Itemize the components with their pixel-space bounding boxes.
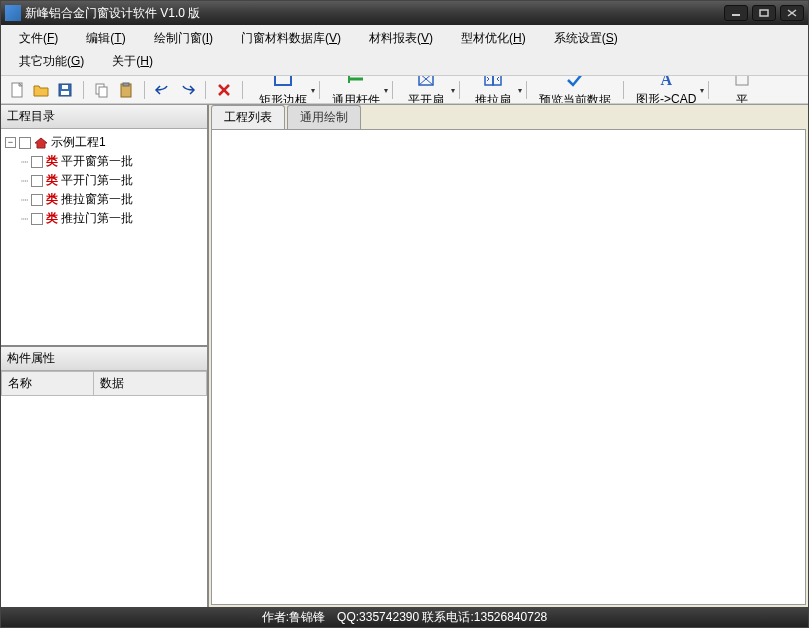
- dropdown-icon: ▾: [700, 85, 704, 94]
- svg-rect-6: [61, 91, 69, 95]
- home-icon: [34, 137, 48, 149]
- tree-node[interactable]: ┈ 类 推拉门第一批: [21, 209, 203, 228]
- separator: [144, 81, 145, 99]
- svg-rect-20: [485, 76, 493, 85]
- open-button[interactable]: [31, 80, 51, 100]
- separator: [319, 81, 320, 99]
- project-tree[interactable]: − 示例工程1 ┈ 类 平开窗第一批┈ 类 平开门第一批┈ 类 推拉窗第一批┈ …: [1, 129, 207, 347]
- rect-frame-icon: [273, 76, 293, 90]
- separator: [526, 81, 527, 99]
- window-title: 新峰铝合金门窗设计软件 V1.0 版: [25, 5, 724, 22]
- separator: [459, 81, 460, 99]
- separator: [392, 81, 393, 99]
- toolbar-rect-frame[interactable]: 矩形边框▾: [251, 76, 315, 103]
- svg-rect-7: [62, 85, 68, 89]
- maximize-button[interactable]: [752, 5, 776, 21]
- tree-node[interactable]: ┈ 类 平开窗第一批: [21, 152, 203, 171]
- svg-rect-11: [123, 83, 129, 86]
- canvas-area[interactable]: [211, 129, 806, 605]
- toolbar-sliding[interactable]: 推拉扇▾: [464, 76, 522, 103]
- minimize-button[interactable]: [724, 5, 748, 21]
- toolbar-casement[interactable]: 平开扇▾: [397, 76, 455, 103]
- undo-button[interactable]: [153, 80, 173, 100]
- tab-通用绘制[interactable]: 通用绘制: [287, 105, 361, 129]
- checkbox[interactable]: [31, 194, 43, 206]
- checkbox[interactable]: [19, 137, 31, 149]
- category-icon: 类: [46, 191, 58, 208]
- dropdown-icon: ▾: [451, 85, 455, 94]
- to-cad-icon: A: [660, 76, 672, 89]
- more-icon: [734, 76, 750, 90]
- tree-node[interactable]: ┈ 类 平开门第一批: [21, 171, 203, 190]
- svg-rect-9: [99, 87, 107, 97]
- copy-button[interactable]: [92, 80, 112, 100]
- main-area: 工程目录 − 示例工程1 ┈ 类 平开窗第一批┈ 类 平开门第一批┈ 类 推拉窗…: [1, 104, 808, 607]
- close-button[interactable]: [780, 5, 804, 21]
- dropdown-icon: ▾: [311, 85, 315, 94]
- toolbar-label: 预览当前数据: [539, 92, 611, 104]
- right-pane: 工程列表通用绘制: [209, 105, 808, 607]
- toolbar: 矩形边框▾通用杆件▾平开扇▾推拉扇▾预览当前数据A图形->CAD▾平: [1, 76, 808, 104]
- paste-button[interactable]: [116, 80, 136, 100]
- sliding-icon: [483, 76, 503, 90]
- menu-关于[interactable]: 关于(H): [98, 50, 167, 73]
- menu-门窗材料数据库[interactable]: 门窗材料数据库(V): [227, 27, 355, 50]
- separator: [623, 81, 624, 99]
- status-text: 作者:鲁锦锋 QQ:335742390 联系电话:13526840728: [262, 609, 547, 626]
- checkbox[interactable]: [31, 156, 43, 168]
- status-bar: 作者:鲁锦锋 QQ:335742390 联系电话:13526840728: [1, 607, 808, 627]
- separator: [708, 81, 709, 99]
- tabs-bar: 工程列表通用绘制: [209, 105, 808, 129]
- collapse-icon[interactable]: −: [5, 137, 16, 148]
- tree-node-label: 推拉窗第一批: [61, 191, 133, 208]
- menu-编辑[interactable]: 编辑(T): [72, 27, 139, 50]
- separator: [242, 81, 243, 99]
- toolbar-preview[interactable]: 预览当前数据: [531, 76, 619, 103]
- tree-node-label: 平开门第一批: [61, 172, 133, 189]
- toolbar-label: 矩形边框: [259, 92, 307, 104]
- checkbox[interactable]: [31, 213, 43, 225]
- app-window: 新峰铝合金门窗设计软件 V1.0 版 文件(F)编辑(T)绘制门窗(I)门窗材料…: [0, 0, 809, 628]
- casement-icon: [417, 76, 435, 90]
- tree-node[interactable]: ┈ 类 推拉窗第一批: [21, 190, 203, 209]
- toolbar-more[interactable]: 平: [713, 76, 771, 103]
- menu-系统设置[interactable]: 系统设置(S): [540, 27, 632, 50]
- toolbar-label: 平开扇: [408, 92, 444, 104]
- general-bar-icon: [346, 76, 366, 90]
- category-icon: 类: [46, 210, 58, 227]
- separator: [83, 81, 84, 99]
- menu-文件[interactable]: 文件(F): [5, 27, 72, 50]
- title-bar: 新峰铝合金门窗设计软件 V1.0 版: [1, 1, 808, 25]
- redo-button[interactable]: [177, 80, 197, 100]
- menu-材料报表[interactable]: 材料报表(V): [355, 27, 447, 50]
- preview-icon: [565, 76, 585, 90]
- tree-node-label: 推拉门第一批: [61, 210, 133, 227]
- toolbar-label: 通用杆件: [332, 92, 380, 104]
- checkbox[interactable]: [31, 175, 43, 187]
- col-name: 名称: [2, 372, 94, 396]
- col-data: 数据: [94, 372, 207, 396]
- svg-marker-23: [35, 138, 47, 148]
- svg-rect-21: [493, 76, 501, 85]
- dropdown-icon: ▾: [518, 85, 522, 94]
- separator: [205, 81, 206, 99]
- tree-root[interactable]: − 示例工程1: [5, 133, 203, 152]
- toolbar-label: 平: [736, 92, 748, 104]
- svg-rect-14: [275, 76, 291, 85]
- menu-绘制门窗[interactable]: 绘制门窗(I): [140, 27, 227, 50]
- properties-table[interactable]: 名称 数据: [1, 371, 207, 607]
- menu-其它功能[interactable]: 其它功能(G): [5, 50, 98, 73]
- properties-pane: 构件属性 名称 数据: [1, 347, 207, 607]
- menu-bar: 文件(F)编辑(T)绘制门窗(I)门窗材料数据库(V)材料报表(V)型材优化(H…: [1, 25, 808, 76]
- tree-root-label: 示例工程1: [51, 134, 106, 151]
- tree-node-label: 平开窗第一批: [61, 153, 133, 170]
- menu-型材优化[interactable]: 型材优化(H): [447, 27, 540, 50]
- delete-button[interactable]: [214, 80, 234, 100]
- toolbar-to-cad[interactable]: A图形->CAD▾: [628, 76, 704, 103]
- save-button[interactable]: [55, 80, 75, 100]
- window-buttons: [724, 5, 804, 21]
- tab-工程列表[interactable]: 工程列表: [211, 105, 285, 129]
- toolbar-label: 推拉扇: [475, 92, 511, 104]
- new-file-button[interactable]: [7, 80, 27, 100]
- toolbar-general-bar[interactable]: 通用杆件▾: [324, 76, 388, 103]
